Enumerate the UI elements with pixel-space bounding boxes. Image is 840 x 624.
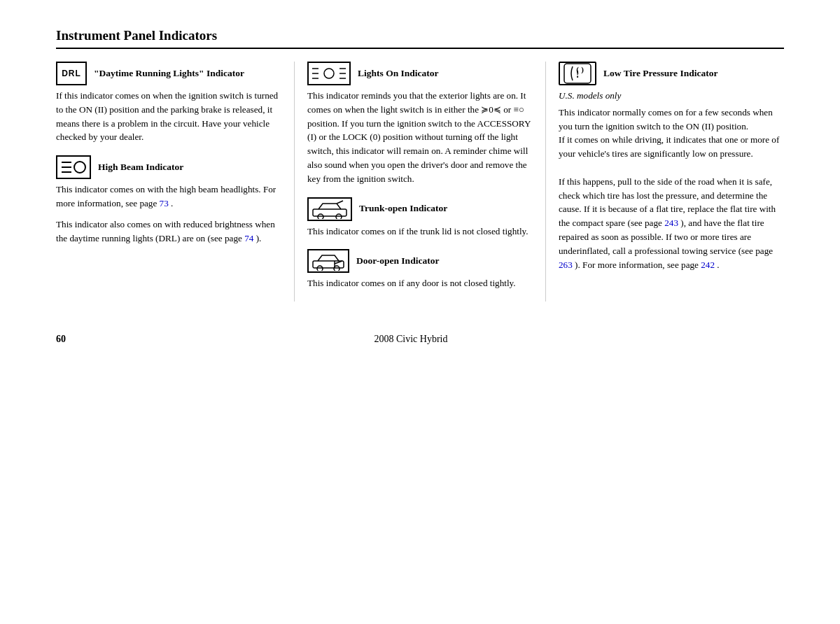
highbeam-link1[interactable]: 73 — [160, 198, 169, 208]
indicator-highbeam-body2: This indicator also comes on with reduce… — [56, 218, 281, 246]
indicator-highbeam-body: This indicator comes on with the high be… — [56, 183, 281, 211]
drl-icon: DRL — [56, 62, 87, 85]
door-open-icon — [307, 249, 349, 273]
trunk-open-icon — [307, 197, 352, 221]
indicator-tire-pressure: ! ( ) Low Tire Pressure Indicator U.S. m… — [559, 62, 784, 271]
indicator-lights-on-body: This indicator reminds you that the exte… — [307, 89, 533, 186]
indicator-drl-body: If this indicator comes on when the igni… — [56, 89, 281, 144]
indicator-trunk-header: Trunk-open Indicator — [307, 197, 533, 221]
highbeam-svg — [60, 159, 87, 175]
column-2: Lights On Indicator This indicator remin… — [295, 62, 546, 302]
indicator-lights-on-title: Lights On Indicator — [358, 67, 439, 80]
indicator-trunk-open-body: This indicator comes on if the trunk lid… — [307, 225, 533, 239]
page-number: 60 — [56, 334, 66, 345]
column-3: ! ( ) Low Tire Pressure Indicator U.S. m… — [546, 62, 784, 302]
page-title: Instrument Panel Indicators — [56, 28, 784, 49]
indicator-highbeam: High Beam Indicator This indicator comes… — [56, 155, 281, 245]
trunk-svg — [312, 199, 348, 219]
indicator-tire-header: ! ( ) Low Tire Pressure Indicator — [559, 62, 784, 85]
indicator-drl: DRL "Daytime Running Lights" Indicator I… — [56, 62, 281, 144]
indicator-highbeam-header: High Beam Indicator — [56, 155, 281, 179]
lights-on-svg — [312, 65, 346, 82]
indicator-door-open-body: This indicator comes on if any door is n… — [307, 276, 533, 290]
tire-svg: ! ( ) — [563, 62, 592, 85]
indicator-door-header: Door-open Indicator — [307, 249, 533, 273]
indicator-tire-subtitle: U.S. models only — [559, 89, 784, 103]
door-svg — [312, 251, 345, 271]
indicator-trunk-open: Trunk-open Indicator This indicator come… — [307, 197, 533, 239]
lights-on-icon — [307, 62, 351, 85]
indicator-tire-title: Low Tire Pressure Indicator — [603, 67, 718, 80]
highbeam-body3: This indicator also comes on with reduce… — [56, 219, 275, 243]
svg-point-7 — [324, 69, 334, 78]
indicator-door-open-title: Door-open Indicator — [356, 255, 439, 267]
tire-pressure-icon: ! ( ) — [559, 62, 596, 85]
svg-text:(: ( — [576, 65, 579, 74]
svg-point-3 — [74, 162, 85, 173]
highbeam-icon — [56, 155, 91, 179]
column-1: DRL "Daytime Running Lights" Indicator I… — [56, 62, 295, 302]
page-footer: 60 2008 Civic Hybrid — [56, 327, 784, 345]
indicator-drl-title: "Daytime Running Lights" Indicator — [94, 67, 244, 80]
tire-link1[interactable]: 243 — [664, 218, 678, 228]
tire-subtitle-italic: U.S. models only — [559, 90, 621, 101]
svg-text:): ) — [581, 65, 584, 74]
indicator-trunk-open-title: Trunk-open Indicator — [359, 202, 447, 215]
tire-link3[interactable]: 242 — [701, 260, 715, 270]
indicator-door-open: Door-open Indicator This indicator comes… — [307, 249, 533, 290]
tire-link2[interactable]: 263 — [559, 260, 573, 270]
indicator-highbeam-title: High Beam Indicator — [98, 161, 183, 173]
highbeam-body4: ). — [253, 233, 261, 243]
indicator-lights-on: Lights On Indicator This indicator remin… — [307, 62, 533, 186]
indicator-drl-header: DRL "Daytime Running Lights" Indicator — [56, 62, 281, 85]
highbeam-link2[interactable]: 74 — [244, 233, 253, 243]
indicator-tire-body: This indicator normally comes on for a f… — [559, 106, 784, 272]
highbeam-body2: . — [169, 198, 174, 208]
page-name: 2008 Civic Hybrid — [374, 334, 448, 345]
indicator-lights-header: Lights On Indicator — [307, 62, 533, 85]
